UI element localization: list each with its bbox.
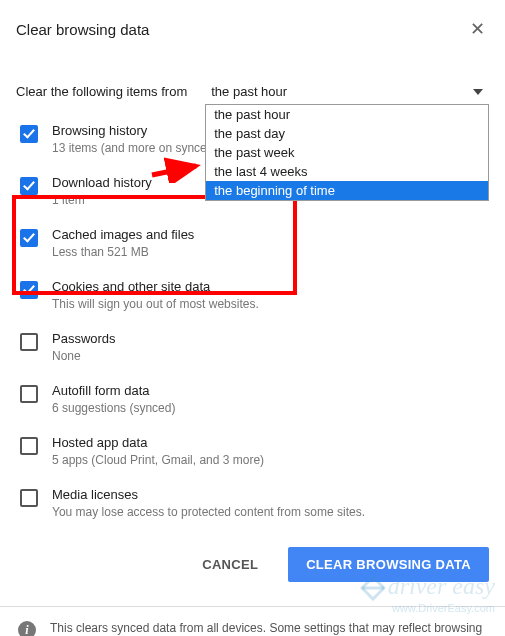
close-icon[interactable]: ✕: [466, 14, 489, 44]
clear-browsing-data-button[interactable]: CLEAR BROWSING DATA: [288, 547, 489, 582]
item-checkbox[interactable]: [20, 177, 38, 195]
item-sublabel: 5 apps (Cloud Print, Gmail, and 3 more): [52, 453, 264, 467]
item-sublabel: This will sign you out of most websites.: [52, 297, 259, 311]
list-item: Cookies and other site dataThis will sig…: [16, 269, 489, 321]
item-checkbox[interactable]: [20, 385, 38, 403]
item-text: Download history1 item: [52, 175, 152, 207]
item-label: Passwords: [52, 331, 116, 346]
timerange-label: Clear the following items from: [16, 84, 187, 99]
timerange-option[interactable]: the last 4 weeks: [206, 162, 488, 181]
item-sublabel: None: [52, 349, 116, 363]
cancel-button[interactable]: CANCEL: [184, 547, 276, 582]
list-item: PasswordsNone: [16, 321, 489, 373]
timerange-option[interactable]: the beginning of time: [206, 181, 488, 200]
dialog-title: Clear browsing data: [16, 21, 149, 38]
list-item: Hosted app data5 apps (Cloud Print, Gmai…: [16, 425, 489, 477]
list-item: Cached images and filesLess than 521 MB: [16, 217, 489, 269]
item-label: Download history: [52, 175, 152, 190]
item-checkbox[interactable]: [20, 281, 38, 299]
item-checkbox[interactable]: [20, 489, 38, 507]
item-sublabel: You may lose access to protected content…: [52, 505, 365, 519]
info-icon: i: [18, 621, 36, 636]
item-sublabel: 6 suggestions (synced): [52, 401, 175, 415]
item-text: Cookies and other site dataThis will sig…: [52, 279, 259, 311]
list-item: Autofill form data6 suggestions (synced): [16, 373, 489, 425]
chevron-down-icon: [473, 89, 483, 95]
item-text: Cached images and filesLess than 521 MB: [52, 227, 194, 259]
timerange-dropdown[interactable]: the past hourthe past daythe past weekth…: [205, 104, 489, 201]
timerange-selected: the past hour: [211, 84, 287, 99]
item-text: PasswordsNone: [52, 331, 116, 363]
timerange-option[interactable]: the past day: [206, 124, 488, 143]
item-checkbox[interactable]: [20, 333, 38, 351]
item-text: Autofill form data6 suggestions (synced): [52, 383, 175, 415]
item-label: Autofill form data: [52, 383, 175, 398]
item-text: Media licensesYou may lose access to pro…: [52, 487, 365, 519]
item-checkbox[interactable]: [20, 437, 38, 455]
item-label: Cached images and files: [52, 227, 194, 242]
footer-text: This clears synced data from all devices…: [50, 621, 487, 636]
timerange-option[interactable]: the past hour: [206, 105, 488, 124]
item-label: Cookies and other site data: [52, 279, 259, 294]
timerange-select[interactable]: the past hour the past hourthe past dayt…: [205, 80, 489, 103]
timerange-option[interactable]: the past week: [206, 143, 488, 162]
item-label: Media licenses: [52, 487, 365, 502]
item-sublabel: Less than 521 MB: [52, 245, 194, 259]
item-checkbox[interactable]: [20, 125, 38, 143]
item-sublabel: 1 item: [52, 193, 152, 207]
item-text: Hosted app data5 apps (Cloud Print, Gmai…: [52, 435, 264, 467]
list-item: Media licensesYou may lose access to pro…: [16, 477, 489, 529]
item-checkbox[interactable]: [20, 229, 38, 247]
item-label: Hosted app data: [52, 435, 264, 450]
